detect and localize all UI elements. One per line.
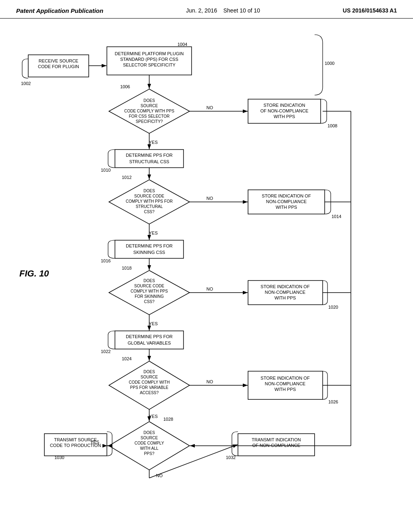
label-1006: 1006 [120,84,130,89]
box-det-global [115,331,184,349]
t1016-1: DETERMINE PPS FOR [126,243,173,248]
publication-title: Patent Application Publication [16,7,103,14]
publication-date: Jun. 2, 2016 [186,7,217,14]
d1018-t1: DOES [144,278,155,283]
d1006-t4: FOR CSS SELECTOR [129,114,170,118]
label-1028: 1028 [163,417,173,422]
label-no-1012: NO [206,196,213,201]
label-1032: 1032 [226,455,236,460]
d1028-t5: PPS? [144,451,154,456]
t1008-2: OF NON-COMPLIANCE [260,108,308,113]
label-yes-1024: YES [149,414,158,419]
d1012-t4: STRUCTURAL [136,204,163,209]
t1014-3: WITH PPS [275,205,297,210]
label-1020: 1020 [328,305,338,310]
d1024-t5: ACCESS? [140,391,159,395]
t1022-1: DETERMINE PPS FOR [126,334,173,339]
d1012-t5: CSS? [144,210,155,214]
page-header: Patent Application Publication Jun. 2, 2… [0,0,413,19]
d1024-t2: SOURCE [141,375,158,379]
t1032-1: TRANSMIT INDICATION [252,437,301,442]
d1012-t1: DOES [144,189,155,193]
t1026-1: STORE INDICATION OF [261,376,310,380]
t1026-3: WITH PPS [274,387,296,392]
box-det-skinning [115,240,184,258]
text-receive-1: RECEIVE SOURCE [39,58,78,63]
text-det-pps-1b: STANDARD (PPS) FOR CSS [120,57,178,62]
label-yes-1006: YES [149,140,158,145]
label-1008: 1008 [327,123,337,128]
d1028-t4: WITH ALL [140,446,159,451]
d1024-t1: DOES [144,370,155,374]
t1020-2: NON-COMPLIANCE [265,290,306,295]
publication-date-sheet: Jun. 2, 2016 Sheet 10 of 10 [186,7,260,14]
t1022-2: GLOBAL VARIABLES [128,341,171,345]
label-no-1024: NO [206,379,213,384]
t1020-1: STORE INDICATION OF [261,284,310,289]
label-1026: 1026 [328,399,338,404]
d1028-t2: SOURCE [141,436,158,440]
sheet-number: Sheet 10 of 10 [223,7,260,14]
t1008-1: STORE INDICATION [263,103,305,108]
t1010-2: STRUCTURAL CSS [129,159,169,164]
d1012-t3: COMPLY WITH PPS FOR [126,199,173,204]
label-no-1018: NO [206,287,213,291]
d1028-t3: CODE COMPLY [134,441,164,445]
label-1000: 1000 [325,61,334,66]
t1008-3: WITH PPS [273,114,295,119]
d1006-t2: SOURCE [141,104,158,108]
label-1016: 1016 [101,258,111,263]
label-1018: 1018 [122,266,131,270]
d1018-t4: FOR SKINNING [135,294,164,299]
label-yes-1012: YES [149,231,158,235]
d1012-t2: SOURCE CODE [134,194,165,198]
t1032-2: OF NON-COMPLIANCE [252,443,300,448]
flowchart-diagram: 1000 RECEIVE SOURCE CODE FOR PLUGIN 1002… [20,31,391,514]
patent-number: US 2016/0154633 A1 [343,7,397,14]
label-1004: 1004 [177,42,187,47]
label-1010: 1010 [101,168,111,172]
label-no-1028: NO [156,473,163,478]
t1014-1: STORE INDICATION OF [262,193,311,198]
text-det-pps-1c: SELECTOR SPECIFICITY [123,62,176,67]
diagram-area: FIG. 10 1000 RECEIVE SOURCE CODE FOR PLU… [0,19,413,514]
d1018-t2: SOURCE CODE [134,284,165,288]
text-receive-2: CODE FOR PLUGIN [38,64,79,69]
label-1024: 1024 [122,356,131,361]
d1018-t3: COMPLY WITH PPS [131,289,168,293]
label-1002: 1002 [21,81,31,86]
label-yes-1028: YES [90,440,99,445]
text-det-pps-1a: DETERMINE PLATFORM PLUGIN [115,51,184,56]
label-yes-1018: YES [149,321,158,326]
t1010-1: DETERMINE PPS FOR [126,153,173,158]
d1024-t4: PPS FOR VARIABLE [130,385,169,390]
label-1012: 1012 [122,175,131,180]
t1026-2: NON-COMPLIANCE [265,381,306,386]
label-1030: 1030 [54,455,64,460]
label-1022: 1022 [101,349,111,354]
d1006-t5: SPECIFICITY? [136,119,163,124]
d1006-t3: CODE COMPLY WITH PPS [124,109,174,113]
d1028-t1: DOES [144,430,155,435]
d1006-t1: DOES [144,98,155,103]
t1020-3: WITH PPS [274,295,296,300]
d1024-t3: CODE COMPLY WITH [129,380,169,384]
label-no-1006: NO [206,105,213,110]
d1018-t5: CSS? [144,299,155,304]
t1016-2: SKINNING CSS [133,250,165,255]
box-det-structural [115,150,184,168]
t1014-2: NON-COMPLIANCE [266,199,307,204]
label-1014: 1014 [332,214,341,219]
